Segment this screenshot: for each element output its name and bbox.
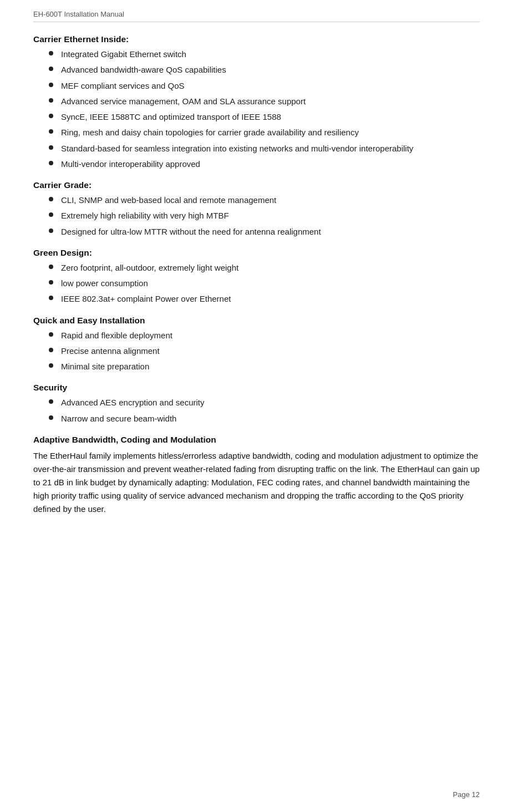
list-item: Advanced bandwidth-aware QoS capabilitie… <box>33 63 480 76</box>
bullet-dot <box>49 51 53 55</box>
bullet-list-security: Advanced AES encryption and security Nar… <box>33 396 480 425</box>
bullet-list-carrier-grade: CLI, SNMP and web-based local and remote… <box>33 194 480 238</box>
bullet-dot <box>49 197 53 201</box>
list-item: Advanced AES encryption and security <box>33 396 480 409</box>
list-item: SyncE, IEEE 1588TC and optimized transpo… <box>33 110 480 123</box>
bullet-list-green-design: Zero footprint, all-outdoor, extremely l… <box>33 261 480 306</box>
bullet-list-carrier-ethernet-inside: Integrated Gigabit Ethernet switch Advan… <box>33 48 480 170</box>
page-container: EH-600T Installation Manual Carrier Ethe… <box>0 0 513 812</box>
section-green-design: Green Design: Zero footprint, all-outdoo… <box>33 248 480 306</box>
list-item: low power consumption <box>33 277 480 290</box>
list-item: Advanced service management, OAM and SLA… <box>33 95 480 108</box>
list-item: IEEE 802.3at+ complaint Power over Ether… <box>33 292 480 305</box>
list-item: Multi-vendor interoperability approved <box>33 158 480 170</box>
bullet-dot <box>49 348 53 352</box>
list-item: Zero footprint, all-outdoor, extremely l… <box>33 261 480 274</box>
adaptive-paragraph: The EtherHaul family implements hitless/… <box>33 449 480 516</box>
section-quick-easy-installation: Quick and Easy Installation Rapid and fl… <box>33 316 480 373</box>
bullet-dot <box>49 296 53 300</box>
list-item: Designed for ultra-low MTTR without the … <box>33 225 480 238</box>
section-heading-security: Security <box>33 383 480 393</box>
bullet-dot <box>49 265 53 269</box>
list-item: MEF compliant services and QoS <box>33 79 480 92</box>
bullet-dot <box>49 67 53 71</box>
list-item: Extremely high reliability with very hig… <box>33 209 480 222</box>
page-header: EH-600T Installation Manual <box>33 10 480 22</box>
list-item: Rapid and flexible deployment <box>33 329 480 342</box>
bullet-dot <box>49 280 53 285</box>
list-item: Precise antenna alignment <box>33 344 480 357</box>
list-item: Integrated Gigabit Ethernet switch <box>33 48 480 60</box>
section-heading-carrier-ethernet-inside: Carrier Ethernet Inside: <box>33 34 480 44</box>
section-heading-carrier-grade: Carrier Grade: <box>33 180 480 190</box>
section-heading-green-design: Green Design: <box>33 248 480 258</box>
header-title: EH-600T Installation Manual <box>33 10 124 18</box>
bullet-dot <box>49 145 53 150</box>
list-item: CLI, SNMP and web-based local and remote… <box>33 194 480 206</box>
section-heading-quick-easy-installation: Quick and Easy Installation <box>33 316 480 326</box>
bullet-dot <box>49 399 53 404</box>
section-adaptive-bandwidth: Adaptive Bandwidth, Coding and Modulatio… <box>33 435 480 516</box>
bullet-dot <box>49 332 53 337</box>
list-item: Minimal site preparation <box>33 360 480 373</box>
bullet-dot <box>49 83 53 87</box>
section-carrier-ethernet-inside: Carrier Ethernet Inside: Integrated Giga… <box>33 34 480 170</box>
bullet-dot <box>49 363 53 368</box>
bullet-dot <box>49 129 53 134</box>
bullet-dot <box>49 161 53 165</box>
list-item: Standard-based for seamless integration … <box>33 142 480 155</box>
section-heading-adaptive-bandwidth: Adaptive Bandwidth, Coding and Modulatio… <box>33 435 480 445</box>
section-security: Security Advanced AES encryption and sec… <box>33 383 480 425</box>
bullet-dot <box>49 114 53 118</box>
page-number: Page 12 <box>453 790 480 799</box>
bullet-dot <box>49 415 53 420</box>
page-footer: Page 12 <box>453 790 480 799</box>
section-carrier-grade: Carrier Grade: CLI, SNMP and web-based l… <box>33 180 480 238</box>
bullet-dot <box>49 98 53 103</box>
bullet-list-quick-easy-installation: Rapid and flexible deployment Precise an… <box>33 329 480 373</box>
list-item: Ring, mesh and daisy chain topologies fo… <box>33 126 480 139</box>
list-item: Narrow and secure beam-width <box>33 412 480 425</box>
bullet-dot <box>49 212 53 217</box>
bullet-dot <box>49 229 53 233</box>
